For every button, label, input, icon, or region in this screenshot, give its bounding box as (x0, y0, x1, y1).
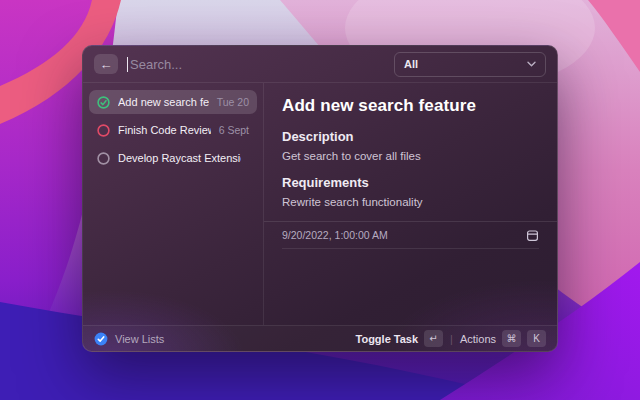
section-body-description: Get search to cover all files (282, 150, 539, 162)
view-lists-label: View Lists (115, 333, 164, 345)
task-title: Finish Code Reviews (118, 124, 211, 136)
filter-dropdown-value: All (404, 58, 418, 70)
footer-separator: | (450, 333, 453, 345)
calendar-icon[interactable] (526, 229, 539, 242)
task-date: 6 Sept (219, 124, 249, 136)
task-title: Develop Raycast Extension (118, 152, 241, 164)
return-key-icon: ↵ (424, 330, 443, 347)
due-date-value: 9/20/2022, 1:00:00 AM (282, 229, 388, 241)
back-arrow-icon: ← (100, 58, 113, 71)
search-input[interactable] (128, 57, 385, 72)
search-header: ← All (83, 46, 557, 83)
task-row[interactable]: Add new search feature Tue 20 (89, 90, 257, 114)
search-field (127, 57, 385, 72)
action-bar: View Lists Toggle Task ↵ | Actions ⌘ K (83, 325, 557, 351)
task-list: Add new search feature Tue 20 Finish Cod… (83, 83, 264, 325)
due-date-field[interactable]: 9/20/2022, 1:00:00 AM (282, 222, 539, 249)
section-heading-description: Description (282, 129, 539, 144)
task-done-icon (97, 96, 110, 109)
k-key-icon: K (527, 330, 546, 347)
chevron-down-icon (527, 61, 536, 67)
actions-label: Actions (460, 333, 496, 345)
filter-dropdown[interactable]: All (394, 52, 546, 77)
window-body: Add new search feature Tue 20 Finish Cod… (83, 83, 557, 325)
toggle-task-button[interactable]: Toggle Task ↵ (356, 330, 444, 347)
task-open-icon (97, 124, 110, 137)
task-open-icon (97, 152, 110, 165)
detail-panel: Add new search feature Description Get s… (264, 83, 557, 325)
section-body-requirements: Rewrite search functionality (282, 196, 539, 208)
task-date: Tue 20 (217, 96, 249, 108)
task-title: Add new search feature (118, 96, 209, 108)
toggle-task-label: Toggle Task (356, 333, 419, 345)
todo-app-icon (94, 332, 108, 346)
back-button[interactable]: ← (94, 54, 118, 74)
app-window: ← All Add new search feature (82, 45, 558, 352)
cmd-key-icon: ⌘ (502, 330, 521, 347)
actions-button[interactable]: Actions ⌘ K (460, 330, 546, 347)
detail-title: Add new search feature (282, 96, 539, 116)
task-row[interactable]: Finish Code Reviews 6 Sept (89, 118, 257, 142)
section-heading-requirements: Requirements (282, 175, 539, 190)
task-row[interactable]: Develop Raycast Extension (89, 146, 257, 170)
